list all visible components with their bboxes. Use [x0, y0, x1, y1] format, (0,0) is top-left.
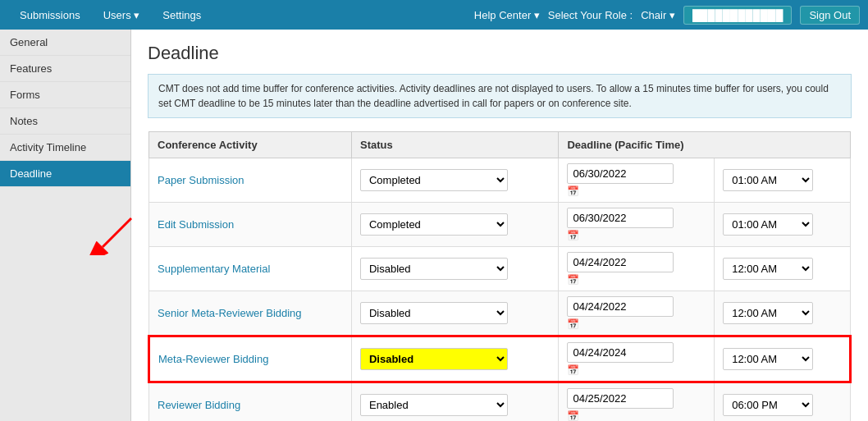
- deadline-table-wrapper: Conference Activity Status Deadline (Pac…: [148, 131, 852, 421]
- user-name-button[interactable]: ████████████: [683, 6, 793, 25]
- sidebar-item-activity-timeline[interactable]: Activity Timeline: [0, 135, 130, 161]
- date-cell: 📅: [559, 158, 715, 203]
- date-input[interactable]: [567, 208, 674, 228]
- sidebar-item-features[interactable]: Features: [0, 56, 130, 82]
- sidebar: General Features Forms Notes Activity Ti…: [0, 30, 131, 421]
- date-input[interactable]: [567, 252, 674, 272]
- col-header-activity: Conference Activity: [149, 132, 352, 158]
- page-layout: General Features Forms Notes Activity Ti…: [0, 30, 868, 421]
- status-select[interactable]: CompletedDisabledEnabled: [360, 258, 508, 280]
- nav-settings[interactable]: Settings: [151, 0, 212, 30]
- status-cell: CompletedDisabledEnabled: [351, 291, 559, 336]
- calendar-icon[interactable]: 📅: [567, 185, 706, 197]
- sidebar-item-notes[interactable]: Notes: [0, 108, 130, 135]
- time-cell: 12:00 AM01:00 AM06:00 PM12:00 PM: [715, 382, 851, 422]
- sidebar-item-forms[interactable]: Forms: [0, 82, 130, 108]
- date-cell: 📅: [559, 203, 715, 247]
- status-cell: CompletedDisabledEnabled: [351, 247, 559, 291]
- time-select[interactable]: 12:00 AM01:00 AM06:00 PM12:00 PM: [723, 348, 813, 370]
- time-cell: 12:00 AM01:00 AM06:00 PM12:00 PM: [715, 203, 851, 247]
- date-input[interactable]: [567, 163, 674, 184]
- time-select[interactable]: 12:00 AM01:00 AM06:00 PM12:00 PM: [723, 213, 813, 236]
- nav-submissions[interactable]: Submissions: [8, 0, 92, 30]
- date-cell: 📅: [559, 291, 715, 336]
- role-selector[interactable]: Chair ▾: [641, 9, 675, 21]
- time-cell: 12:00 AM01:00 AM06:00 PM12:00 PM: [715, 291, 851, 336]
- date-cell: 📅: [559, 247, 715, 291]
- status-cell: CompletedDisabledEnabled: [351, 336, 559, 382]
- activity-name: Meta-Reviewer Bidding: [149, 336, 352, 382]
- status-select[interactable]: CompletedDisabledEnabled: [360, 169, 508, 191]
- page-title: Deadline: [148, 43, 852, 64]
- status-cell: CompletedDisabledEnabled: [351, 158, 559, 203]
- help-center-button[interactable]: Help Center ▾: [474, 9, 540, 21]
- activity-name: Supplementary Material: [149, 247, 352, 291]
- time-cell: 12:00 AM01:00 AM06:00 PM12:00 PM: [715, 247, 851, 291]
- time-select[interactable]: 12:00 AM01:00 AM06:00 PM12:00 PM: [723, 302, 813, 324]
- status-select[interactable]: CompletedDisabledEnabled: [360, 302, 508, 324]
- nav-left: Submissions Users ▾ Settings: [8, 0, 212, 30]
- status-cell: CompletedDisabledEnabled: [351, 203, 559, 247]
- activity-name: Edit Submission: [149, 203, 352, 247]
- activity-name: Paper Submission: [149, 158, 352, 203]
- activity-name: Senior Meta-Reviewer Bidding: [149, 291, 352, 336]
- status-select[interactable]: CompletedDisabledEnabled: [360, 348, 508, 370]
- calendar-icon[interactable]: 📅: [567, 274, 706, 286]
- calendar-icon[interactable]: 📅: [567, 364, 706, 376]
- date-cell: 📅: [559, 382, 715, 422]
- role-label: Select Your Role :: [548, 9, 633, 21]
- activity-name: Reviewer Bidding: [149, 382, 352, 422]
- time-cell: 12:00 AM01:00 AM06:00 PM12:00 PM: [715, 158, 851, 203]
- time-select[interactable]: 12:00 AM01:00 AM06:00 PM12:00 PM: [723, 394, 813, 416]
- main-content: Deadline CMT does not add time buffer fo…: [131, 30, 868, 421]
- date-cell: 📅: [559, 336, 715, 382]
- table-row: Reviewer BiddingCompletedDisabledEnabled…: [149, 382, 851, 422]
- info-message: CMT does not add time buffer for confere…: [148, 74, 852, 118]
- date-input[interactable]: [567, 342, 674, 363]
- col-header-deadline: Deadline (Pacific Time): [559, 132, 851, 158]
- nav-users[interactable]: Users ▾: [92, 0, 152, 30]
- date-input[interactable]: [567, 388, 674, 409]
- time-select[interactable]: 12:00 AM01:00 AM06:00 PM12:00 PM: [723, 169, 813, 191]
- status-select[interactable]: CompletedDisabledEnabled: [360, 213, 508, 236]
- nav-right: Help Center ▾ Select Your Role : Chair ▾…: [474, 6, 860, 25]
- sidebar-item-general[interactable]: General: [0, 30, 130, 56]
- calendar-icon[interactable]: 📅: [567, 410, 706, 421]
- col-header-status: Status: [351, 132, 559, 158]
- time-cell: 12:00 AM01:00 AM06:00 PM12:00 PM: [715, 336, 851, 382]
- date-input[interactable]: [567, 296, 674, 317]
- table-row: Paper SubmissionCompletedDisabledEnabled…: [149, 158, 851, 203]
- table-row: Senior Meta-Reviewer BiddingCompletedDis…: [149, 291, 851, 336]
- status-select[interactable]: CompletedDisabledEnabled: [360, 394, 508, 416]
- calendar-icon[interactable]: 📅: [567, 230, 706, 241]
- time-select[interactable]: 12:00 AM01:00 AM06:00 PM12:00 PM: [723, 258, 813, 280]
- calendar-icon[interactable]: 📅: [567, 318, 706, 330]
- table-row: Supplementary MaterialCompletedDisabledE…: [149, 247, 851, 291]
- table-row: Edit SubmissionCompletedDisabledEnabled📅…: [149, 203, 851, 247]
- sidebar-item-deadline[interactable]: Deadline: [0, 161, 130, 187]
- sign-out-button[interactable]: Sign Out: [800, 6, 860, 25]
- status-cell: CompletedDisabledEnabled: [351, 382, 559, 422]
- deadline-table: Conference Activity Status Deadline (Pac…: [148, 131, 852, 421]
- top-navigation: Submissions Users ▾ Settings Help Center…: [0, 0, 868, 30]
- table-row: Meta-Reviewer BiddingCompletedDisabledEn…: [149, 336, 851, 382]
